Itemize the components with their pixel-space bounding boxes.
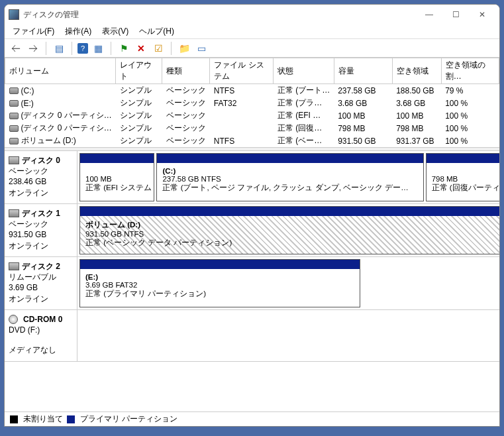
partition[interactable]: 798 MB正常 (回復パーティション) bbox=[426, 153, 499, 201]
disk-info[interactable]: CD-ROM 0DVD (F:)メディアなし bbox=[5, 310, 77, 361]
disk-partitions: ボリューム (D:)931.50 GB NTFS正常 (ベーシック データ パー… bbox=[77, 204, 499, 256]
props-icon[interactable]: ▭ bbox=[194, 41, 209, 56]
minimize-button[interactable]: — bbox=[416, 5, 442, 24]
table-row[interactable]: (ディスク 0 パーティシ…シンプルベーシック正常 (EFI …100 MB10… bbox=[5, 109, 499, 122]
back-icon[interactable]: 🡠 bbox=[9, 41, 23, 56]
partition-header-bar bbox=[80, 260, 360, 269]
window: ディスクの管理 — ☐ ✕ ファイル(F) 操作(A) 表示(V) ヘルプ(H)… bbox=[4, 4, 500, 427]
col-type[interactable]: 種類 bbox=[162, 58, 210, 84]
drive-icon bbox=[9, 87, 19, 94]
grid-icon[interactable]: ▦ bbox=[91, 41, 105, 56]
menu-file[interactable]: ファイル(F) bbox=[7, 25, 60, 38]
disk-row: ディスク 1ベーシック931.50 GBオンラインボリューム (D:)931.5… bbox=[5, 204, 499, 257]
partition[interactable]: (E:)3.69 GB FAT32正常 (プライマリ パーティション) bbox=[79, 259, 360, 307]
disk-row: ディスク 2リムーバブル3.69 GBオンライン(E:)3.69 GB FAT3… bbox=[5, 257, 499, 310]
col-capacity[interactable]: 容量 bbox=[334, 58, 392, 84]
drive-icon bbox=[9, 138, 19, 144]
forward-icon[interactable]: 🡢 bbox=[26, 41, 40, 56]
partition[interactable]: (C:)237.58 GB NTFS正常 (ブート, ページ ファイル, クラッ… bbox=[156, 153, 423, 201]
legend-swatch-unallocated bbox=[10, 415, 18, 423]
disk-partitions: (E:)3.69 GB FAT32正常 (プライマリ パーティション) bbox=[77, 257, 362, 309]
legend-primary: プライマリ パーティション bbox=[80, 413, 177, 425]
disk-partitions: 100 MB正常 (EFI システム /(C:)237.58 GB NTFS正常… bbox=[77, 151, 499, 203]
drive-icon bbox=[9, 125, 19, 132]
titlebar[interactable]: ディスクの管理 — ☐ ✕ bbox=[5, 5, 499, 25]
partition-header-bar bbox=[157, 154, 423, 163]
partition-header-bar bbox=[427, 154, 499, 163]
disk-info[interactable]: ディスク 0ベーシック238.46 GBオンライン bbox=[5, 151, 77, 203]
legend-unallocated: 未割り当て bbox=[23, 413, 63, 425]
legend: 未割り当て プライマリ パーティション bbox=[5, 411, 499, 426]
col-volume[interactable]: ボリューム bbox=[5, 58, 116, 84]
table-row[interactable]: (C:)シンプルベーシックNTFS正常 (ブート…237.58 GB188.50… bbox=[5, 84, 499, 97]
cd-icon bbox=[9, 315, 18, 324]
legend-swatch-primary bbox=[67, 415, 75, 423]
app-icon bbox=[9, 9, 19, 20]
table-row[interactable]: ボリューム (D:)シンプルベーシックNTFS正常 (ベー…931.50 GB9… bbox=[5, 135, 499, 147]
menubar: ファイル(F) 操作(A) 表示(V) ヘルプ(H) bbox=[5, 25, 499, 39]
col-free-pct[interactable]: 空き領域の割… bbox=[441, 58, 499, 84]
menu-action[interactable]: 操作(A) bbox=[60, 25, 97, 38]
close-button[interactable]: ✕ bbox=[469, 5, 495, 24]
check-icon[interactable]: ☑ bbox=[151, 41, 166, 56]
window-title: ディスクの管理 bbox=[23, 9, 416, 21]
help-icon[interactable]: ? bbox=[77, 43, 88, 54]
table-row[interactable]: (ディスク 0 パーティシ…シンプルベーシック正常 (回復…798 MB798 … bbox=[5, 122, 499, 135]
new-icon[interactable]: 📁 bbox=[177, 41, 191, 56]
partition-header-bar bbox=[80, 154, 154, 163]
delete-icon[interactable]: ✕ bbox=[134, 41, 148, 56]
disk-row: ディスク 0ベーシック238.46 GBオンライン 100 MB正常 (EFI … bbox=[5, 151, 499, 204]
drive-icon bbox=[9, 100, 19, 107]
disk-icon bbox=[9, 156, 19, 164]
partition[interactable]: ボリューム (D:)931.50 GB NTFS正常 (ベーシック データ パー… bbox=[79, 206, 499, 254]
show-hide-icon[interactable]: ▤ bbox=[52, 41, 66, 56]
disk-row: CD-ROM 0DVD (F:)メディアなし bbox=[5, 310, 499, 362]
partition-header-bar bbox=[80, 207, 499, 216]
col-fs[interactable]: ファイル システム bbox=[210, 58, 274, 84]
disk-info[interactable]: ディスク 1ベーシック931.50 GBオンライン bbox=[5, 204, 77, 256]
partition[interactable]: 100 MB正常 (EFI システム / bbox=[79, 153, 154, 201]
volume-list[interactable]: ボリューム レイアウト 種類 ファイル システム 状態 容量 空き領域 空き領域… bbox=[5, 58, 499, 147]
disk-map: ディスク 0ベーシック238.46 GBオンライン 100 MB正常 (EFI … bbox=[5, 151, 499, 411]
col-state[interactable]: 状態 bbox=[274, 58, 334, 84]
content: ボリューム レイアウト 種類 ファイル システム 状態 容量 空き領域 空き領域… bbox=[5, 58, 499, 426]
menu-view[interactable]: 表示(V) bbox=[97, 25, 134, 38]
refresh-icon[interactable]: ⚑ bbox=[117, 41, 131, 56]
disk-icon bbox=[9, 262, 19, 270]
col-layout[interactable]: レイアウト bbox=[116, 58, 162, 84]
maximize-button[interactable]: ☐ bbox=[442, 5, 469, 24]
disk-icon bbox=[9, 209, 19, 217]
col-free[interactable]: 空き領域 bbox=[392, 58, 441, 84]
table-row[interactable]: (E:)シンプルベーシックFAT32正常 (プラ…3.68 GB3.68 GB1… bbox=[5, 97, 499, 109]
toolbar: 🡠 🡢 ▤ ? ▦ ⚑ ✕ ☑ 📁 ▭ bbox=[5, 39, 499, 58]
menu-help[interactable]: ヘルプ(H) bbox=[134, 25, 179, 38]
disk-info[interactable]: ディスク 2リムーバブル3.69 GBオンライン bbox=[5, 257, 77, 309]
disk-partitions bbox=[77, 310, 499, 361]
drive-icon bbox=[9, 113, 19, 119]
